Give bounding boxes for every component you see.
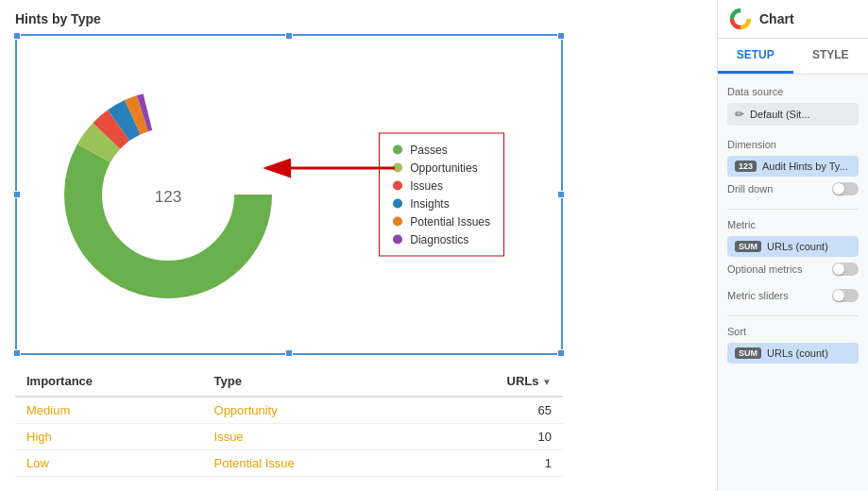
- data-table: Importance Type URLs ▼ Medium Opportunit…: [15, 366, 563, 477]
- metric-sliders-label: Metric sliders: [727, 290, 789, 301]
- cell-urls-2: 10: [420, 424, 563, 450]
- right-panel: Chart SETUP STYLE Data source ✏ Default …: [717, 0, 868, 491]
- optional-metrics-toggle[interactable]: [832, 262, 859, 276]
- legend-dot-diagnostics: [393, 235, 402, 245]
- label-opportunities: 4: [126, 139, 132, 152]
- drill-down-toggle[interactable]: [832, 182, 859, 195]
- metric-label: Metric: [727, 219, 859, 230]
- sort-label: Sort: [727, 326, 859, 337]
- cell-importance-2: High: [15, 424, 203, 450]
- urls-header-label: URLs: [507, 374, 539, 388]
- legend-dot-issues: [393, 181, 402, 191]
- legend-item-potential: Potential Issues: [393, 215, 490, 229]
- dimension-label: Dimension: [727, 139, 859, 150]
- col-type: Type: [203, 366, 421, 397]
- legend: Passes Opportunities Issues Insights Pot…: [379, 133, 504, 257]
- sort-section: Sort SUM URLs (count): [727, 326, 859, 364]
- metric-item[interactable]: SUM URLs (count): [727, 236, 859, 257]
- data-source-button[interactable]: ✏ Default (Sit...: [727, 103, 859, 126]
- metric-sliders-row: Metric sliders: [727, 289, 859, 302]
- legend-label-diagnostics: Diagnostics: [410, 233, 468, 246]
- legend-item-insights: Insights: [393, 197, 490, 211]
- separator-2: [727, 315, 859, 316]
- chart-container[interactable]: 4 3 3 123 Passes Opportunities: [15, 34, 563, 355]
- legend-dot-potential: [393, 217, 402, 227]
- table-section: Importance Type URLs ▼ Medium Opportunit…: [15, 366, 563, 477]
- panel-header: Chart: [718, 0, 868, 39]
- col-urls[interactable]: URLs ▼: [420, 366, 563, 397]
- toggle-knob-3: [833, 290, 844, 301]
- col-importance: Importance: [15, 366, 203, 397]
- chart-area: 4 3 3 123 Passes Opportunities: [17, 36, 561, 353]
- optional-metrics-label: Optional metrics: [727, 263, 802, 275]
- dimension-value: Audit Hints by Ty...: [762, 161, 848, 172]
- sort-item[interactable]: SUM URLs (count): [727, 343, 859, 364]
- data-source-label: Data source: [727, 86, 859, 97]
- cell-urls-1: 65: [420, 397, 563, 424]
- sort-badge: SUM: [735, 347, 761, 359]
- data-source-value: Default (Sit...: [750, 109, 810, 120]
- legend-label-potential: Potential Issues: [410, 215, 490, 229]
- tab-style[interactable]: STYLE: [793, 39, 869, 74]
- dimension-item[interactable]: 123 Audit Hints by Ty...: [727, 156, 859, 177]
- panel-body: Data source ✏ Default (Sit... Dimension …: [718, 75, 868, 491]
- cell-type-1: Opportunity: [203, 397, 421, 424]
- donut-chart: 4 3 3 123: [45, 72, 291, 317]
- cell-urls-3: 1: [420, 450, 563, 477]
- center-label: 123: [155, 188, 181, 206]
- legend-dot-insights: [393, 199, 402, 209]
- table-row: High Issue 10: [15, 424, 563, 450]
- legend-label-passes: Passes: [410, 144, 447, 157]
- optional-metrics-row: Optional metrics: [727, 262, 859, 276]
- legend-item-issues: Issues: [393, 179, 490, 193]
- label-issues: 3: [152, 114, 159, 127]
- legend-dot-opportunities: [393, 163, 402, 173]
- legend-item-passes: Passes: [393, 144, 490, 157]
- toggle-knob-2: [833, 263, 844, 275]
- cell-importance-3: Low: [15, 450, 203, 477]
- donut-svg: 4 3 3 123: [45, 72, 291, 317]
- cell-type-2: Issue: [203, 424, 421, 450]
- main-content: Hints by Type: [0, 0, 717, 491]
- metric-value: URLs (count): [767, 241, 828, 252]
- cell-type-3: Potential Issue: [203, 450, 421, 477]
- pencil-icon: ✏: [735, 108, 744, 121]
- metric-sliders-toggle[interactable]: [832, 289, 859, 302]
- legend-item-opportunities: Opportunities: [393, 161, 490, 175]
- cell-importance-1: Medium: [15, 397, 203, 424]
- legend-label-opportunities: Opportunities: [410, 161, 477, 175]
- label-insights: 3: [175, 110, 181, 124]
- chart-icon: [729, 8, 752, 30]
- dimension-badge: 123: [735, 161, 757, 172]
- toggle-knob: [833, 183, 844, 195]
- table-row: Low Potential Issue 1: [15, 450, 563, 477]
- chart-title: Hints by Type: [15, 11, 702, 26]
- metric-badge: SUM: [735, 241, 761, 252]
- drill-down-label: Drill down: [727, 183, 773, 195]
- legend-item-diagnostics: Diagnostics: [393, 233, 490, 246]
- legend-label-insights: Insights: [410, 197, 449, 211]
- legend-label-issues: Issues: [410, 179, 443, 193]
- tab-setup[interactable]: SETUP: [718, 39, 793, 74]
- panel-title: Chart: [759, 11, 794, 26]
- table-header-row: Importance Type URLs ▼: [15, 366, 563, 397]
- separator-1: [727, 209, 859, 210]
- sort-value: URLs (count): [767, 347, 828, 359]
- table-row: Medium Opportunity 65: [15, 397, 563, 424]
- sort-arrow-icon: ▼: [542, 377, 552, 387]
- drill-down-row: Drill down: [727, 182, 859, 195]
- svg-point-4: [736, 14, 745, 24]
- legend-dot-passes: [393, 145, 402, 155]
- panel-tabs: SETUP STYLE: [718, 39, 868, 75]
